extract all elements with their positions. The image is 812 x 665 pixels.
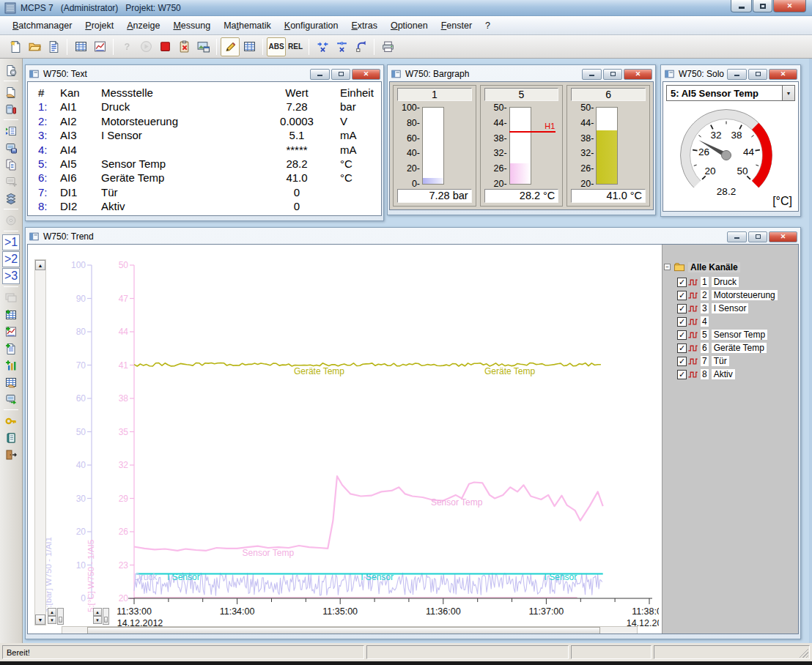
bargraph-close-button[interactable]: ✕ bbox=[624, 69, 652, 80]
exit-door-button[interactable] bbox=[2, 446, 20, 463]
text-minimize-button[interactable] bbox=[310, 69, 330, 80]
solo-close-button[interactable]: ✕ bbox=[769, 69, 797, 80]
add-chart-button[interactable] bbox=[2, 323, 20, 340]
menu-item-optionen[interactable]: Optionen bbox=[384, 18, 435, 33]
pc-save-button[interactable] bbox=[2, 139, 20, 156]
axis-slider-thumb[interactable] bbox=[104, 617, 108, 623]
new-file-button[interactable] bbox=[6, 37, 25, 56]
zoom-x-button[interactable] bbox=[313, 37, 332, 56]
pc-export-button[interactable] bbox=[2, 390, 20, 407]
minimize-button[interactable] bbox=[731, 0, 752, 12]
channel-checkbox[interactable]: ✓ bbox=[677, 304, 687, 313]
channel-tree-item[interactable]: ✓6Geräte Temp bbox=[677, 341, 778, 354]
time-scrollbar[interactable] bbox=[62, 626, 638, 634]
print-button[interactable] bbox=[378, 37, 397, 56]
trend-window-titlebar[interactable]: W750: Trend ✕ bbox=[27, 229, 799, 244]
bargraph-maximize-button[interactable] bbox=[603, 69, 622, 80]
spin-down-icon[interactable]: ▼ bbox=[93, 616, 102, 624]
bargraph-minimize-button[interactable] bbox=[582, 69, 602, 80]
channel-tree-item[interactable]: ✓3I Sensor bbox=[677, 302, 778, 315]
trend-maximize-button[interactable] bbox=[748, 231, 767, 242]
clipboard-cancel-button[interactable] bbox=[174, 37, 193, 56]
device-alarm-button[interactable] bbox=[2, 100, 20, 117]
open-folder-button[interactable] bbox=[25, 37, 44, 56]
add-table-button[interactable] bbox=[2, 306, 20, 323]
title-bar[interactable]: MCPS 7 (Administrator) Projekt: W750 ✕ bbox=[0, 0, 812, 16]
channel-checkbox[interactable]: ✓ bbox=[677, 357, 687, 366]
axis-slider-thumb[interactable] bbox=[59, 617, 62, 623]
scroll-up-icon[interactable]: ▲ bbox=[35, 260, 45, 270]
hand-grid-button[interactable] bbox=[2, 374, 20, 390]
image-export-button[interactable] bbox=[193, 37, 213, 56]
text-window-titlebar[interactable]: W750: Text ✕ bbox=[27, 67, 382, 81]
view-1-button[interactable]: >1 bbox=[2, 234, 20, 250]
channel-tree-item[interactable]: ✓7Tür bbox=[677, 354, 778, 368]
rel-button[interactable]: REL bbox=[286, 37, 305, 56]
axis-slider[interactable] bbox=[103, 608, 109, 625]
doc-copy-button[interactable] bbox=[2, 156, 20, 173]
solo-minimize-button[interactable] bbox=[727, 69, 747, 80]
axis-slider[interactable] bbox=[57, 608, 64, 625]
menu-item--[interactable]: ? bbox=[479, 18, 497, 33]
value-table-button[interactable] bbox=[240, 37, 259, 56]
menu-item-fenster[interactable]: Fenster bbox=[435, 18, 479, 33]
channel-selector-dropdown[interactable]: 5: AI5 Sensor Temp ▼ bbox=[666, 85, 795, 101]
doc-hand-button[interactable] bbox=[2, 83, 20, 100]
maximize-button[interactable] bbox=[753, 0, 772, 12]
channel-tree-item[interactable]: ✓8Aktiv bbox=[677, 368, 778, 381]
scroll-down-icon[interactable]: ▼ bbox=[35, 614, 45, 625]
solo-maximize-button[interactable] bbox=[748, 69, 767, 80]
data-table-button[interactable] bbox=[71, 37, 90, 56]
chart-button[interactable] bbox=[90, 37, 109, 56]
tree-collapse-icon[interactable]: − bbox=[664, 264, 671, 270]
channel-tree-root[interactable]: −Alle Kanäle bbox=[664, 261, 740, 272]
add-list-button[interactable] bbox=[2, 340, 20, 357]
spin-up-icon[interactable]: ▲ bbox=[48, 608, 56, 616]
axis-scrollbar[interactable]: ▲▼ bbox=[34, 259, 46, 625]
channel-checkbox[interactable]: ✓ bbox=[677, 330, 687, 340]
solo-window-titlebar[interactable]: W750: Solo ✕ bbox=[662, 67, 799, 81]
undo-zoom-button[interactable] bbox=[351, 37, 370, 56]
report-gear-button[interactable] bbox=[2, 62, 20, 78]
channel-checkbox[interactable]: ✓ bbox=[677, 370, 687, 379]
pencil-button[interactable] bbox=[221, 37, 240, 56]
text-close-button[interactable]: ✕ bbox=[352, 69, 380, 80]
menu-item-anzeige[interactable]: Anzeige bbox=[120, 18, 166, 33]
dropdown-arrow-icon[interactable]: ▼ bbox=[782, 86, 794, 100]
zoom-x-fit-button[interactable] bbox=[332, 37, 351, 56]
menu-item-mathematik[interactable]: Mathematik bbox=[217, 18, 278, 33]
spin-down-icon[interactable]: ▼ bbox=[48, 616, 56, 624]
channel-tree-item[interactable]: ✓4 bbox=[677, 315, 778, 328]
channel-checkbox[interactable]: ✓ bbox=[677, 317, 687, 327]
menu-item-projekt[interactable]: Projekt bbox=[78, 18, 120, 33]
layers-button[interactable] bbox=[2, 190, 20, 207]
document-list-button[interactable] bbox=[44, 37, 63, 56]
text-maximize-button[interactable] bbox=[331, 69, 350, 80]
key-button[interactable] bbox=[2, 412, 20, 429]
channel-list-button[interactable] bbox=[2, 122, 20, 139]
close-button[interactable]: ✕ bbox=[773, 0, 806, 12]
channel-tree-item[interactable]: ✓2Motorsteuerung bbox=[677, 289, 778, 302]
channel-tree-item[interactable]: ✓1Druck bbox=[677, 275, 778, 289]
time-scrollbar-thumb[interactable] bbox=[87, 627, 600, 634]
menu-bar: BatchmanagerProjektAnzeigeMessungMathema… bbox=[0, 16, 812, 35]
trend-minimize-button[interactable] bbox=[727, 231, 747, 242]
stop-button[interactable] bbox=[155, 37, 174, 56]
menu-item-messung[interactable]: Messung bbox=[166, 18, 217, 33]
resize-grip[interactable] bbox=[798, 647, 808, 658]
view-2-button[interactable]: >2 bbox=[2, 250, 20, 267]
view-3-button[interactable]: >3 bbox=[2, 267, 20, 284]
channel-checkbox[interactable]: ✓ bbox=[677, 343, 687, 353]
channel-checkbox[interactable]: ✓ bbox=[677, 291, 687, 300]
bargraph-window-titlebar[interactable]: W750: Bargraph ✕ bbox=[389, 67, 654, 81]
menu-item-batchmanager[interactable]: Batchmanager bbox=[6, 18, 78, 33]
channel-tree-item[interactable]: ✓5Sensor Temp bbox=[677, 328, 778, 341]
menu-item-konfiguration[interactable]: Konfiguration bbox=[278, 18, 345, 33]
trend-close-button[interactable]: ✕ bbox=[769, 231, 797, 242]
add-bargraph-button[interactable] bbox=[2, 357, 20, 374]
menu-item-extras[interactable]: Extras bbox=[344, 18, 383, 33]
abs-button[interactable]: ABS bbox=[267, 37, 286, 56]
spin-up-icon[interactable]: ▲ bbox=[93, 608, 102, 616]
channel-checkbox[interactable]: ✓ bbox=[677, 278, 687, 287]
notebook-button[interactable] bbox=[2, 429, 20, 446]
